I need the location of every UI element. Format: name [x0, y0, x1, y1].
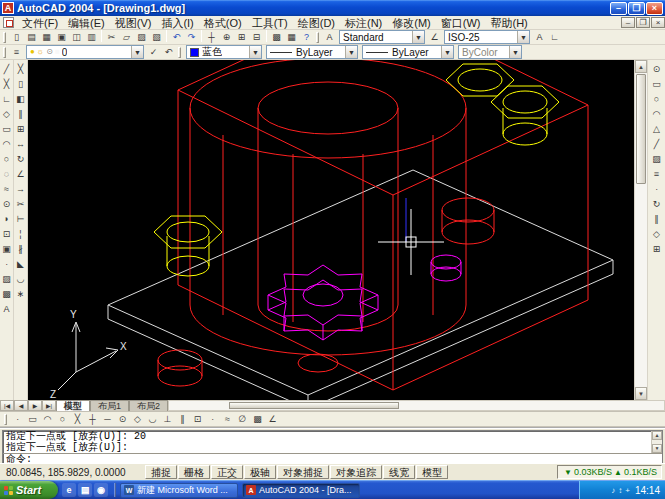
command-text-area[interactable]: 指定下一点或 [放弃(U)]: 20 指定下一点或 [放弃(U)]: ▲ ▼ 命… — [2, 430, 663, 466]
dim-style-manager-icon[interactable]: ∟ — [547, 30, 562, 44]
properties-panel-icon[interactable]: ≡ — [649, 166, 664, 181]
scrollbar-thumb[interactable] — [636, 74, 646, 184]
tab-nav-button-1[interactable]: ◀ — [14, 400, 28, 411]
redo-icon[interactable]: ↷ — [184, 30, 199, 44]
chevron-down-icon[interactable]: ▼ — [412, 31, 424, 43]
snap-quadrant-icon[interactable]: ◇ — [130, 412, 145, 426]
cut-icon[interactable]: ✂ — [104, 30, 119, 44]
explode-icon[interactable]: ∗ — [14, 286, 27, 301]
menu-dimension[interactable]: 标注(N) — [340, 16, 387, 30]
help-icon[interactable]: ? — [299, 30, 314, 44]
text-style-combo[interactable]: Standard ▼ — [339, 30, 425, 44]
trim-icon[interactable]: ✂ — [14, 196, 27, 211]
plot-icon[interactable]: ▣ — [54, 30, 69, 44]
snap-endpoint-icon[interactable]: ◠ — [40, 412, 55, 426]
menu-edit[interactable]: 编辑(E) — [63, 16, 110, 30]
snap-tangent-icon[interactable]: ◡ — [145, 412, 160, 426]
save-icon[interactable]: ▦ — [39, 30, 54, 44]
polyline-icon[interactable]: ∟ — [0, 91, 13, 106]
task-autocad[interactable]: AAutoCAD 2004 - [Dra... — [242, 483, 360, 498]
scale-icon[interactable]: ∠ — [14, 166, 27, 181]
toolbar-grip[interactable] — [178, 47, 181, 58]
tab-layout1[interactable]: 布局1 — [90, 400, 129, 411]
erase-icon[interactable]: ╳ — [14, 61, 27, 76]
toolbar-grip[interactable] — [4, 414, 7, 425]
match-properties-icon[interactable]: ▧ — [149, 30, 164, 44]
start-button[interactable]: Start — [0, 481, 58, 499]
taskbar-clock[interactable]: 14:14 — [635, 485, 660, 496]
menu-format[interactable]: 格式(O) — [199, 16, 247, 30]
chevron-down-icon[interactable]: ▼ — [441, 46, 453, 58]
osnap-settings-icon[interactable]: ▩ — [250, 412, 265, 426]
ellipse-icon[interactable]: ⊙ — [0, 196, 13, 211]
tab-nav-button-0[interactable]: |◀ — [0, 400, 14, 411]
region-tool-icon[interactable]: ◇ — [649, 226, 664, 241]
snap-perpendicular-icon[interactable]: ⊥ — [160, 412, 175, 426]
mdi-restore-button[interactable]: ❐ — [636, 17, 650, 28]
vertical-scrollbar[interactable]: ▲ ▼ — [634, 60, 647, 400]
slice-icon[interactable]: ╱ — [649, 136, 664, 151]
minimize-button[interactable]: – — [610, 2, 627, 15]
offset-icon[interactable]: ∥ — [14, 106, 27, 121]
layer-combo[interactable]: ●☼⊙■ 0 ▼ — [26, 45, 144, 59]
command-scrollbar[interactable]: ▲ ▼ — [651, 431, 662, 453]
toggle-snap[interactable]: 捕捉 — [145, 465, 177, 479]
snap-apparent-intersect-icon[interactable]: ┼ — [85, 412, 100, 426]
toggle-otrack[interactable]: 对象追踪 — [330, 465, 382, 479]
dim-style-combo[interactable]: ISO-25 ▼ — [444, 30, 530, 44]
linetype-combo[interactable]: ByLayer ▼ — [266, 45, 358, 59]
stretch-icon[interactable]: → — [14, 181, 27, 196]
draworder-back-icon[interactable]: ○ — [649, 91, 664, 106]
multiline-text-icon[interactable]: A — [0, 301, 13, 316]
menu-draw[interactable]: 绘图(D) — [293, 16, 340, 30]
spline-icon[interactable]: ≈ — [0, 181, 13, 196]
layer-color-chip-icon[interactable]: ■ — [55, 47, 60, 57]
toggle-polar[interactable]: 极轴 — [244, 465, 276, 479]
zoom-previous-icon[interactable]: ⊟ — [249, 30, 264, 44]
hatch-icon[interactable]: ▨ — [0, 271, 13, 286]
menu-insert[interactable]: 插入(I) — [156, 16, 198, 30]
chevron-down-icon[interactable]: ▼ — [249, 46, 261, 58]
rectangle-icon[interactable]: ▭ — [0, 121, 13, 136]
chevron-down-icon[interactable]: ▼ — [345, 46, 357, 58]
snap-nearest-icon[interactable]: ≈ — [220, 412, 235, 426]
layer-on-bulb-icon[interactable]: ● — [30, 47, 35, 57]
snap-none-icon[interactable]: ∅ — [235, 412, 250, 426]
scroll-up-icon[interactable]: ▲ — [635, 60, 647, 73]
network-status-icon[interactable]: ↕ — [618, 486, 622, 495]
menu-tools[interactable]: 工具(T) — [247, 16, 293, 30]
toolbar-grip[interactable] — [316, 32, 319, 43]
snap-midpoint-icon[interactable]: ○ — [55, 412, 70, 426]
designcenter-icon[interactable]: ▦ — [284, 30, 299, 44]
toolbar-grip[interactable] — [3, 32, 6, 43]
text-style-icon[interactable]: A — [322, 30, 337, 44]
snap-center-icon[interactable]: ⊙ — [115, 412, 130, 426]
fillet-icon[interactable]: ◡ — [14, 271, 27, 286]
break-icon[interactable]: ∦ — [14, 241, 27, 256]
line-icon[interactable]: ╱ — [0, 61, 13, 76]
shade-icon[interactable]: ◠ — [649, 106, 664, 121]
toggle-ortho[interactable]: 正交 — [211, 465, 243, 479]
open-icon[interactable]: ▤ — [24, 30, 39, 44]
coordinate-display[interactable]: 80.0845, 185.9829, 0.0000 — [3, 466, 145, 479]
scroll-down-icon[interactable]: ▼ — [635, 387, 647, 400]
draworder-front-icon[interactable]: ▭ — [649, 76, 664, 91]
layer-freeze-sun-icon[interactable]: ☼ — [37, 47, 44, 57]
menu-file[interactable]: 文件(F) — [17, 16, 63, 30]
tab-nav-button-3[interactable]: ▶| — [42, 400, 56, 411]
restore-button[interactable]: ❐ — [628, 2, 645, 15]
copy-icon[interactable]: ▱ — [119, 30, 134, 44]
menu-modify[interactable]: 修改(M) — [387, 16, 436, 30]
internet-explorer-icon[interactable]: e — [62, 483, 76, 497]
ucs-tool-icon[interactable]: ∠ — [265, 412, 280, 426]
scroll-up-icon[interactable]: ▲ — [652, 431, 662, 440]
tab-model[interactable]: 模型 — [56, 400, 90, 411]
polygon-icon[interactable]: ◇ — [0, 106, 13, 121]
title-bar[interactable]: A AutoCAD 2004 - [Drawing1.dwg] – ❐ × — [0, 0, 665, 16]
region-icon[interactable]: ▩ — [0, 286, 13, 301]
close-button[interactable]: × — [646, 2, 663, 15]
chevron-down-icon[interactable]: ▼ — [517, 31, 529, 43]
zoom-realtime-icon[interactable]: ⊕ — [219, 30, 234, 44]
undo-icon[interactable]: ↶ — [169, 30, 184, 44]
arc-icon[interactable]: ◠ — [0, 136, 13, 151]
